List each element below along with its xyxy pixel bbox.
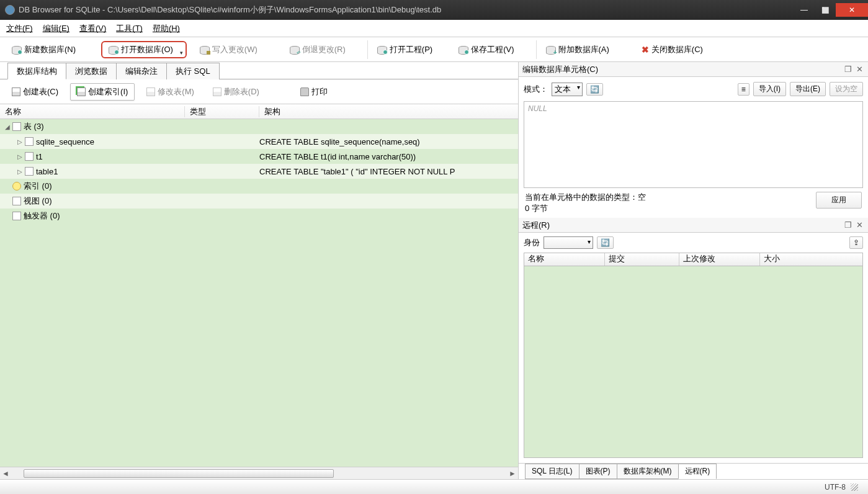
tab-sql[interactable]: 执行 SQL — [166, 63, 220, 79]
revert-changes-button[interactable]: 倒退更改(R) — [283, 41, 352, 58]
header-type[interactable]: 类型 — [185, 106, 259, 117]
cell-editor[interactable]: NULL — [524, 101, 863, 188]
attach-database-button[interactable]: 附加数据库(A) — [539, 41, 616, 58]
tree-header: 名称 类型 架构 — [0, 104, 518, 119]
menu-file[interactable]: 文件(F) — [6, 23, 33, 34]
scroll-thumb[interactable] — [24, 469, 334, 478]
write-changes-button[interactable]: 写入更改(W) — [193, 41, 264, 58]
menu-help[interactable]: 帮助(H) — [153, 23, 180, 34]
menu-tools[interactable]: 工具(T) — [116, 23, 143, 34]
menu-edit[interactable]: 编辑(E) — [43, 23, 69, 34]
delete-icon — [213, 88, 221, 96]
remote-panel-header: 远程(R) ❐ ✕ — [519, 218, 868, 233]
write-icon — [200, 45, 210, 55]
tab-structure[interactable]: 数据库结构 — [7, 63, 66, 79]
remote-table-header: 名称 提交 上次修改 大小 — [524, 253, 863, 266]
tab-browse[interactable]: 浏览数据 — [66, 63, 117, 79]
modify-table-button[interactable]: 修改表(M) — [140, 83, 201, 101]
tables-node[interactable]: 表 (3) — [24, 121, 44, 132]
index-icon — [77, 88, 86, 96]
view-node-icon — [12, 197, 21, 205]
tab-remote[interactable]: 远程(R) — [678, 464, 717, 479]
close-panel-icon[interactable]: ✕ — [854, 220, 864, 230]
tab-chart[interactable]: 图表(P) — [579, 464, 617, 479]
identity-refresh-button[interactable]: 🔄 — [597, 236, 614, 249]
new-database-button[interactable]: 新建数据库(N) — [5, 41, 83, 58]
delete-table-button[interactable]: 删除表(D) — [206, 83, 266, 101]
app-icon — [5, 5, 15, 15]
table-icon — [25, 152, 34, 161]
expander-icon[interactable]: ▷ — [17, 168, 25, 175]
scroll-left-icon[interactable]: ◄ — [0, 469, 11, 478]
open-database-button[interactable]: 打开数据库(O) — [101, 41, 187, 58]
cell-type-info: 当前在单元格中的数据的类型：空 — [525, 192, 816, 203]
undock-icon[interactable]: ❐ — [843, 220, 853, 230]
remote-table[interactable] — [524, 266, 863, 458]
identity-push-button[interactable]: ⇪ — [849, 236, 863, 249]
main-toolbar: 新建数据库(N) 打开数据库(O) 写入更改(W) 倒退更改(R) 打开工程(P… — [0, 37, 868, 62]
table-icon — [25, 167, 34, 176]
project-save-icon — [459, 45, 468, 55]
import-button[interactable]: 导入(I) — [753, 82, 786, 96]
project-open-icon — [377, 45, 387, 55]
database-icon — [12, 45, 22, 55]
table-node[interactable]: sqlite_sequence — [36, 137, 94, 146]
horizontal-scrollbar[interactable]: ◄ ► — [0, 467, 518, 479]
header-schema[interactable]: 架构 — [259, 106, 518, 117]
table-node[interactable]: t1 — [36, 152, 43, 161]
mode-refresh-button[interactable]: 🔄 — [586, 83, 603, 96]
undock-icon[interactable]: ❐ — [843, 65, 853, 74]
scroll-right-icon[interactable]: ► — [507, 469, 518, 478]
expander-icon[interactable]: ▷ — [17, 153, 25, 160]
minimize-button[interactable] — [794, 3, 815, 17]
mode-select[interactable]: 文本 — [552, 83, 583, 96]
indent-button[interactable]: ≡ — [738, 83, 749, 96]
create-index-button[interactable]: 创建索引(I) — [70, 83, 135, 101]
tab-pragma[interactable]: 编辑杂注 — [116, 63, 167, 79]
statusbar: UTF-8 — [0, 479, 868, 494]
set-null-button[interactable]: 设为空 — [830, 82, 863, 96]
create-table-button[interactable]: 创建表(C) — [5, 83, 65, 101]
close-button[interactable] — [836, 3, 868, 17]
cell-size-info: 0 字节 — [525, 203, 816, 214]
close-panel-icon[interactable]: ✕ — [854, 65, 864, 74]
menubar: 文件(F) 编辑(E) 查看(V) 工具(T) 帮助(H) — [0, 20, 868, 37]
apply-button[interactable]: 应用 — [816, 192, 862, 209]
remote-col-modified[interactable]: 上次修改 — [679, 253, 760, 266]
menu-view[interactable]: 查看(V) — [79, 23, 106, 34]
identity-select[interactable] — [544, 236, 593, 249]
open-project-button[interactable]: 打开工程(P) — [370, 41, 439, 58]
remote-col-name[interactable]: 名称 — [524, 253, 605, 266]
window-title: DB Browser for SQLite - C:\Users\Dell\De… — [19, 4, 794, 16]
expander-icon[interactable]: ▷ — [17, 138, 25, 145]
save-project-button[interactable]: 保存工程(V) — [452, 41, 521, 58]
trigger-node-icon — [12, 212, 21, 220]
encoding-label: UTF-8 — [825, 483, 846, 492]
schema-tree[interactable]: ◢表 (3) ▷sqlite_sequenceCREATE TABLE sqli… — [0, 119, 518, 467]
resize-grip-icon[interactable] — [851, 483, 858, 491]
tables-node-icon — [12, 122, 21, 131]
maximize-button[interactable] — [815, 3, 836, 17]
mode-label: 模式： — [524, 84, 548, 95]
modify-icon — [146, 88, 155, 96]
tab-db-schema[interactable]: 数据库架构(M) — [617, 464, 679, 479]
export-button[interactable]: 导出(E) — [790, 82, 826, 96]
indexes-node[interactable]: 索引 (0) — [24, 181, 52, 192]
database-open-icon — [109, 45, 119, 55]
remote-panel-title: 远程(R) — [522, 220, 842, 231]
header-name[interactable]: 名称 — [0, 106, 185, 117]
table-node[interactable]: table1 — [36, 167, 58, 176]
remote-col-commit[interactable]: 提交 — [605, 253, 679, 266]
triggers-node[interactable]: 触发器 (0) — [24, 210, 60, 222]
main-tabs: 数据库结构 浏览数据 编辑杂注 执行 SQL — [0, 62, 518, 79]
cell-panel-header: 编辑数据库单元格(C) ❐ ✕ — [519, 62, 868, 77]
expander-icon[interactable]: ◢ — [5, 124, 12, 130]
close-database-button[interactable]: ✖关闭数据库(C) — [635, 41, 710, 58]
print-icon — [300, 88, 309, 96]
remote-col-size[interactable]: 大小 — [760, 253, 862, 266]
attach-icon — [546, 45, 556, 55]
tab-sql-log[interactable]: SQL 日志(L) — [525, 464, 579, 479]
titlebar: DB Browser for SQLite - C:\Users\Dell\De… — [0, 0, 868, 20]
views-node[interactable]: 视图 (0) — [24, 195, 52, 207]
print-button[interactable]: 打印 — [293, 83, 334, 101]
